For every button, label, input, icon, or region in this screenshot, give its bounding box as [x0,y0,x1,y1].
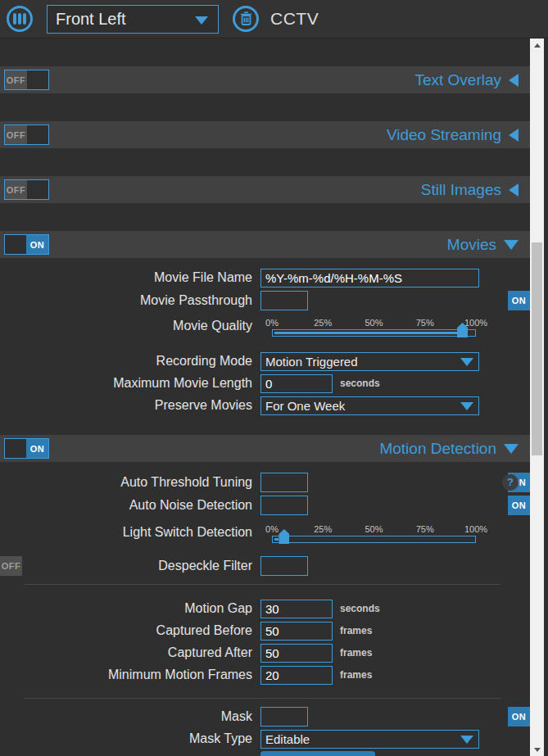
motion-gap-row: Motion Gap seconds [0,599,530,618]
unit-label: seconds [340,378,380,389]
edit-mask-button-partial[interactable] [260,751,375,756]
section-video-streaming: OFF Video Streaming [0,121,530,148]
section-text-overlay: OFF Text Overlay [0,66,530,93]
expand-down-icon [504,240,519,250]
toggle-knob: OFF [5,70,27,89]
collapse-left-icon [509,74,519,87]
text-overlay-toggle[interactable]: OFF [4,70,49,90]
scrollbar[interactable] [530,38,544,756]
mask-type-row: Mask Type Editable [0,729,530,749]
minimum-motion-frames-row: Minimum Motion Frames frames [0,665,530,685]
movie-passthrough-row: Movie Passthrough ON [0,291,530,310]
recording-mode-select[interactable]: Motion Triggered [260,352,479,371]
preserve-movies-select[interactable]: For One Week [260,396,479,415]
auto-threshold-tuning-row: Auto Threshold Tuning ON ? [0,473,530,492]
auto-noise-detection-row: Auto Noise Detection ON [0,496,530,515]
video-streaming-toggle[interactable]: OFF [4,124,49,145]
scrollbar-down-button[interactable] [530,743,544,756]
movie-quality-label: Movie Quality [0,319,260,337]
maximum-movie-length-row: Maximum Movie Length seconds [0,373,530,393]
light-switch-detection-slider: 0% 25% 50% 75% 100% [272,524,476,543]
toggle-knob: OFF [0,556,22,576]
mask-row: Mask ON [0,707,530,727]
section-movies: ON Movies [0,231,530,258]
motion-gap-label: Motion Gap [0,601,260,616]
delete-camera-button[interactable] [233,6,259,32]
scroll-down-icon [534,748,541,752]
collapse-left-icon [509,129,519,142]
toggle-knob: ON [508,496,530,515]
movie-quality-slider-track[interactable] [272,329,476,337]
section-header-still-images[interactable]: Still Images [421,176,519,203]
divider [25,584,501,585]
help-icon[interactable]: ? [502,474,519,491]
scrollbar-thumb[interactable] [532,242,542,455]
movie-passthrough-label: Movie Passthrough [0,293,260,308]
unit-label: seconds [340,603,380,614]
movie-passthrough-toggle[interactable]: ON [260,291,308,310]
despeckle-filter-label: Despeckle Filter [0,559,260,573]
toggle-knob: OFF [5,125,27,144]
scrollbar-up-button[interactable] [530,38,544,52]
toggle-knob: ON [508,291,530,310]
slider-tick-labels: 0% 25% 50% 75% 100% [272,318,476,329]
auto-noise-detection-label: Auto Noise Detection [0,498,260,513]
captured-before-input[interactable] [260,622,333,641]
still-images-toggle[interactable]: OFF [4,179,49,200]
mask-label: Mask [0,709,260,724]
movie-quality-row: Movie Quality 0% 25% 50% 75% 100% [0,309,530,337]
light-switch-detection-slider-track[interactable] [272,536,476,543]
captured-after-label: Captured After [0,645,260,660]
preserve-movies-row: Preserve Movies For One Week [0,396,530,415]
toggle-knob: ON [26,439,48,458]
movie-quality-slider: 0% 25% 50% 75% 100% [272,318,476,337]
scroll-up-icon [534,43,541,48]
movie-file-name-input[interactable] [260,269,479,287]
despeckle-filter-row: Despeckle Filter OFF [0,556,530,576]
section-still-images: OFF Still Images [0,176,530,203]
settings-panel: Front Left CCTV OFF Text Overlay OFF [0,0,548,756]
top-bar: Front Left CCTV [0,0,548,38]
chevron-down-icon [460,402,473,410]
motion-detection-toggle[interactable]: ON [4,438,49,459]
preserve-movies-label: Preserve Movies [0,398,260,413]
auto-noise-detection-toggle[interactable]: ON [260,496,308,515]
chevron-down-icon [460,736,473,744]
unit-label: frames [340,647,372,659]
panel-logo-icon [7,6,33,32]
chevron-down-icon [460,358,473,366]
maximum-movie-length-label: Maximum Movie Length [0,376,260,391]
section-header-text-overlay[interactable]: Text Overlay [414,66,519,93]
motion-gap-input[interactable] [260,600,333,618]
camera-select[interactable]: Front Left [47,5,219,34]
unit-label: frames [340,669,372,681]
captured-after-row: Captured After frames [0,643,530,663]
toggle-knob: ON [508,707,530,727]
minimum-motion-frames-label: Minimum Motion Frames [0,668,260,682]
unit-label: frames [340,625,372,636]
divider [25,698,501,699]
maximum-movie-length-input[interactable] [260,374,333,393]
camera-select-value: Front Left [56,10,126,29]
expand-down-icon [504,444,519,454]
minimum-motion-frames-input[interactable] [260,666,333,685]
section-header-video-streaming[interactable]: Video Streaming [387,121,519,148]
toggle-knob: ON [26,235,48,254]
despeckle-filter-toggle[interactable]: OFF [260,556,308,576]
movies-toggle[interactable]: ON [4,234,49,255]
captured-before-row: Captured Before frames [0,621,530,641]
movie-file-name-label: Movie File Name [0,270,260,285]
mask-toggle[interactable]: ON [260,707,308,727]
mask-type-select[interactable]: Editable [260,730,479,749]
slider-tick-labels: 0% 25% 50% 75% 100% [272,524,476,536]
collapse-left-icon [509,183,519,197]
section-header-movies[interactable]: Movies [447,231,519,258]
auto-threshold-tuning-toggle[interactable]: ON [260,473,308,492]
captured-after-input[interactable] [260,644,333,663]
captured-before-label: Captured Before [0,623,260,638]
light-switch-detection-row: Light Switch Detection 0% 25% 50% 75% 10… [0,515,530,543]
recording-mode-label: Recording Mode [0,354,260,369]
section-header-motion-detection[interactable]: Motion Detection [379,435,519,462]
trash-icon [239,11,253,26]
light-switch-detection-label: Light Switch Detection [0,525,260,543]
